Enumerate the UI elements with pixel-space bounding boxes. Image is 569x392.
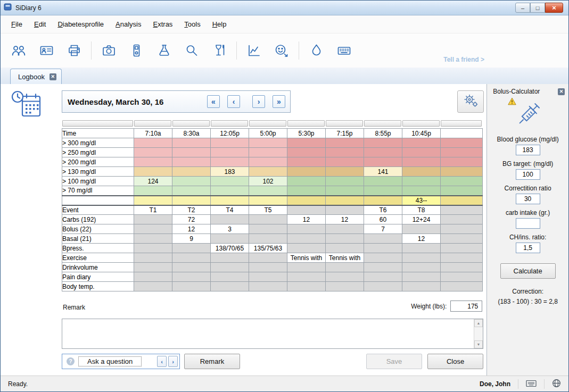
logbook-cell[interactable] [441,215,483,224]
save-button[interactable]: Save [366,354,422,369]
logbook-cell[interactable]: 138/70/65 [211,244,249,253]
logbook-cell[interactable] [249,234,287,244]
meter-icon[interactable] [125,40,148,61]
logbook-cell[interactable] [249,186,287,196]
logbook-cell[interactable] [326,138,364,148]
logbook-cell[interactable] [364,196,402,205]
logbook-cell[interactable] [326,272,364,282]
logbook-cell[interactable] [134,215,172,224]
logbook-cell[interactable]: 141 [364,167,402,177]
logbook-cell[interactable] [441,272,483,282]
logbook-cell[interactable] [172,138,211,148]
logbook-cell[interactable] [172,157,211,167]
logbook-cell[interactable] [287,177,326,186]
logbook-cell[interactable] [441,253,483,263]
logbook-cell[interactable] [134,167,172,177]
logbook-cell[interactable] [287,234,326,244]
logbook-cell[interactable] [249,224,287,234]
logbook-cell[interactable] [249,253,287,263]
logbook-cell[interactable] [134,148,172,157]
logbook-cell[interactable] [287,196,326,205]
logbook-cell[interactable]: 43-- [402,196,441,205]
logbook-cell[interactable]: 12 [326,215,364,224]
logbook-cell[interactable] [172,253,211,263]
wellbeing-icon[interactable] [270,40,293,61]
logbook-cell[interactable] [402,177,441,186]
logbook-cell[interactable] [211,138,249,148]
logbook-cell[interactable] [211,253,249,263]
logbook-cell[interactable] [326,244,364,253]
logbook-cell[interactable] [441,129,483,138]
logbook-cell[interactable] [364,186,402,196]
menu-item-file[interactable]: File [11,20,22,28]
logbook-cell[interactable] [249,272,287,282]
menu-item-diabetesprofile[interactable]: Diabetesprofile [57,20,104,28]
logbook-cell[interactable] [326,263,364,272]
logbook-cell[interactable] [287,157,326,167]
menu-item-analysis[interactable]: Analysis [116,20,141,28]
ask-previous-button[interactable]: ‹ [157,356,167,367]
bolus-field-input[interactable] [516,218,540,229]
logbook-cell[interactable]: T5 [249,205,287,215]
next-day-button[interactable]: › [252,95,265,108]
printer-icon[interactable] [62,40,86,61]
logbook-cell[interactable] [441,167,483,177]
bolus-field-input[interactable] [516,194,540,204]
logbook-cell[interactable] [441,177,483,186]
logbook-cell[interactable]: 12 [402,234,441,244]
logbook-cell[interactable]: 12 [172,224,211,234]
logbook-cell[interactable] [287,138,326,148]
logbook-cell[interactable] [211,148,249,157]
logbook-cell[interactable] [326,205,364,215]
logbook-cell[interactable] [211,215,249,224]
logbook-cell[interactable] [211,272,249,282]
logbook-cell[interactable] [364,263,402,272]
logbook-cell[interactable] [441,205,483,215]
logbook-cell[interactable] [134,224,172,234]
bolus-field-input[interactable] [516,145,540,155]
logbook-cell[interactable] [326,177,364,186]
logbook-cell[interactable] [134,263,172,272]
logbook-cell[interactable] [441,282,483,291]
logbook-cell[interactable] [287,263,326,272]
logbook-cell[interactable] [249,196,287,205]
tab-logbook[interactable]: Logbook ✕ [10,69,62,84]
search-icon[interactable] [180,40,203,61]
logbook-cell[interactable]: T6 [364,205,402,215]
logbook-cell[interactable] [211,282,249,291]
first-day-button[interactable]: « [207,95,220,108]
logbook-cell[interactable]: 7:10a [134,129,172,138]
weight-input[interactable] [450,301,482,312]
logbook-cell[interactable] [172,177,211,186]
logbook-cell[interactable]: 135/75/63 [249,244,287,253]
logbook-cell[interactable]: T2 [172,205,211,215]
logbook-cell[interactable]: 3 [211,224,249,234]
logbook-cell[interactable] [402,244,441,253]
minimize-button[interactable]: – [515,3,530,13]
scroll-down-icon[interactable]: ▼ [474,340,483,348]
menu-item-tools[interactable]: Tools [184,20,200,28]
logbook-cell[interactable] [402,282,441,291]
logbook-cell[interactable] [402,272,441,282]
logbook-cell[interactable] [326,224,364,234]
tab-close-icon[interactable]: ✕ [50,73,56,80]
logbook-cell[interactable] [326,234,364,244]
logbook-cell[interactable] [441,196,483,205]
remark-scrollbar[interactable]: ▲ ▼ [474,319,483,348]
logbook-cell[interactable] [172,263,211,272]
logbook-cell[interactable] [249,167,287,177]
ask-a-question-control[interactable]: ? Ask a question ‹ › [62,354,180,369]
logbook-cell[interactable] [287,224,326,234]
logbook-cell[interactable]: 102 [249,177,287,186]
logbook-cell[interactable] [134,234,172,244]
logbook-cell[interactable] [402,224,441,234]
nutrition-icon[interactable] [208,40,231,61]
scroll-up-icon[interactable]: ▲ [474,319,483,327]
logbook-cell[interactable]: Tennis with [326,253,364,263]
last-day-button[interactable]: » [273,95,285,108]
remark-textarea[interactable] [62,319,474,348]
logbook-cell[interactable] [364,157,402,167]
logbook-cell[interactable]: 10:45p [402,129,441,138]
logbook-cell[interactable] [287,244,326,253]
logbook-cell[interactable] [172,186,211,196]
